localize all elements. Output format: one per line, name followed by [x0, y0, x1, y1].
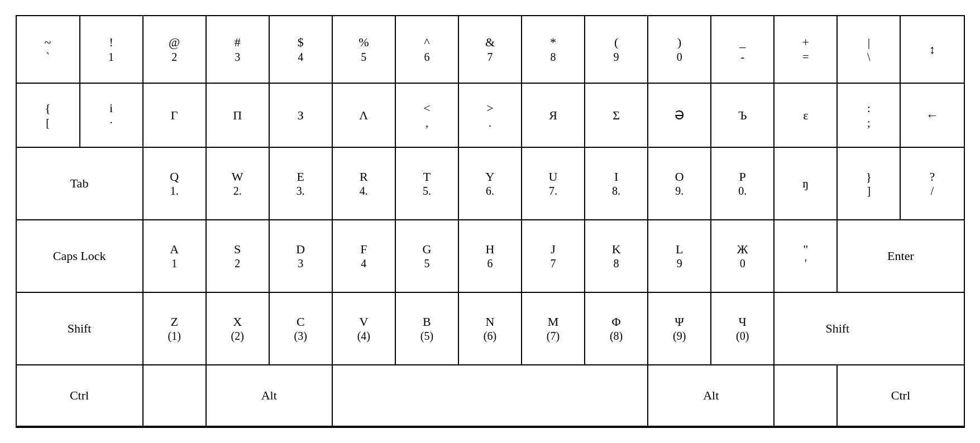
key-amp-7[interactable]: & 7 — [458, 16, 522, 83]
key-a[interactable]: A 1 — [143, 220, 206, 292]
key-phi[interactable]: Φ (8) — [585, 292, 648, 365]
key-o[interactable]: O 9. — [648, 147, 711, 220]
key-v[interactable]: V (4) — [332, 292, 395, 365]
key-hash-3[interactable]: # 3 — [206, 16, 269, 83]
key-f[interactable]: F 4 — [332, 220, 395, 292]
key-caret-6[interactable]: ^ 6 — [395, 16, 458, 83]
key-q[interactable]: Q 1. — [143, 147, 206, 220]
keyboard-table: ~ ` ! 1 @ 2 # 3 $ 4 % 5 — [17, 16, 964, 427]
key-epsilon[interactable]: ε — [774, 83, 837, 147]
key-n[interactable]: N (6) — [458, 292, 522, 365]
key-m[interactable]: M (7) — [522, 292, 585, 365]
tab-row: Tab Q 1. W 2. E 3. R 4. T 5. — [17, 147, 964, 220]
key-underscore-minus[interactable]: _ - — [711, 16, 774, 83]
key-lparen-9[interactable]: ( 9 — [585, 16, 648, 83]
key-backspace-arrow[interactable]: ← — [900, 83, 963, 147]
key-spacebar[interactable] — [332, 365, 648, 426]
key-at-2[interactable]: @ 2 — [143, 16, 206, 83]
key-shift-left[interactable]: Shift — [17, 292, 143, 365]
key-caps-lock[interactable]: Caps Lock — [17, 220, 143, 292]
key-zhe[interactable]: Ж 0 — [711, 220, 774, 292]
caps-row: Caps Lock A 1 S 2 D 3 F 4 G 5 — [17, 220, 964, 292]
key-s[interactable]: S 2 — [206, 220, 269, 292]
key-rbrace-rbracket[interactable]: } ] — [837, 147, 900, 220]
key-g[interactable]: G 5 — [395, 220, 458, 292]
key-pi[interactable]: Π — [206, 83, 269, 147]
key-eng[interactable]: ŋ — [774, 147, 837, 220]
key-tilde-backtick[interactable]: ~ ` — [17, 16, 80, 83]
key-x[interactable]: X (2) — [206, 292, 269, 365]
key-ctrl-right[interactable]: Ctrl — [837, 365, 963, 426]
key-l[interactable]: L 9 — [648, 220, 711, 292]
key-sigma[interactable]: Σ — [585, 83, 648, 147]
key-i[interactable]: I 8. — [585, 147, 648, 220]
key-k[interactable]: K 8 — [585, 220, 648, 292]
key-p[interactable]: P 0. — [711, 147, 774, 220]
key-empty-2 — [774, 365, 837, 426]
key-lt-comma[interactable]: < , — [395, 83, 458, 147]
key-ze[interactable]: З — [269, 83, 332, 147]
key-pipe-backslash[interactable]: | \ — [837, 16, 900, 83]
key-ya[interactable]: Я — [522, 83, 585, 147]
key-lambda[interactable]: Λ — [332, 83, 395, 147]
key-che[interactable]: Ч (0) — [711, 292, 774, 365]
key-hard-sign[interactable]: Ъ — [711, 83, 774, 147]
key-dollar-4[interactable]: $ 4 — [269, 16, 332, 83]
key-r[interactable]: R 4. — [332, 147, 395, 220]
shift-row: Shift Z (1) X (2) C (3) V (4) B (5) — [17, 292, 964, 365]
key-schwa[interactable]: Ə — [648, 83, 711, 147]
key-j[interactable]: J 7 — [522, 220, 585, 292]
key-alt-left[interactable]: Alt — [206, 365, 332, 426]
key-b[interactable]: B (5) — [395, 292, 458, 365]
key-empty-1 — [143, 365, 206, 426]
key-colon-semicolon[interactable]: : ; — [837, 83, 900, 147]
key-gt-period[interactable]: > . — [458, 83, 522, 147]
key-gamma[interactable]: Γ — [143, 83, 206, 147]
key-quote[interactable]: " ' — [774, 220, 837, 292]
key-w[interactable]: W 2. — [206, 147, 269, 220]
key-enter[interactable]: Enter — [837, 220, 963, 292]
key-question-slash[interactable]: ? / — [900, 147, 963, 220]
key-i-dot[interactable]: i · — [80, 83, 143, 147]
key-y[interactable]: Y 6. — [458, 147, 522, 220]
key-d[interactable]: D 3 — [269, 220, 332, 292]
special-row: { [ i · Γ Π З Λ < , > — [17, 83, 964, 147]
keyboard-container: ~ ` ! 1 @ 2 # 3 $ 4 % 5 — [16, 15, 965, 428]
key-lbrace-lbracket[interactable]: { [ — [17, 83, 80, 147]
key-updown-arrow[interactable]: ↕ — [900, 16, 963, 83]
key-c[interactable]: C (3) — [269, 292, 332, 365]
key-exclaim-1[interactable]: ! 1 — [80, 16, 143, 83]
number-row: ~ ` ! 1 @ 2 # 3 $ 4 % 5 — [17, 16, 964, 83]
key-plus-equals[interactable]: + = — [774, 16, 837, 83]
key-e[interactable]: E 3. — [269, 147, 332, 220]
key-z[interactable]: Z (1) — [143, 292, 206, 365]
key-rparen-0[interactable]: ) 0 — [648, 16, 711, 83]
ctrl-row: Ctrl Alt Alt Ctrl — [17, 365, 964, 426]
key-percent-5[interactable]: % 5 — [332, 16, 395, 83]
key-t[interactable]: T 5. — [395, 147, 458, 220]
key-shift-right[interactable]: Shift — [774, 292, 900, 365]
key-alt-right[interactable]: Alt — [648, 365, 774, 426]
key-tab[interactable]: Tab — [17, 147, 143, 220]
key-psi[interactable]: Ψ (9) — [648, 292, 711, 365]
key-ctrl-left[interactable]: Ctrl — [17, 365, 143, 426]
key-star-8[interactable]: * 8 — [522, 16, 585, 83]
key-h[interactable]: H 6 — [458, 220, 522, 292]
key-u[interactable]: U 7. — [522, 147, 585, 220]
